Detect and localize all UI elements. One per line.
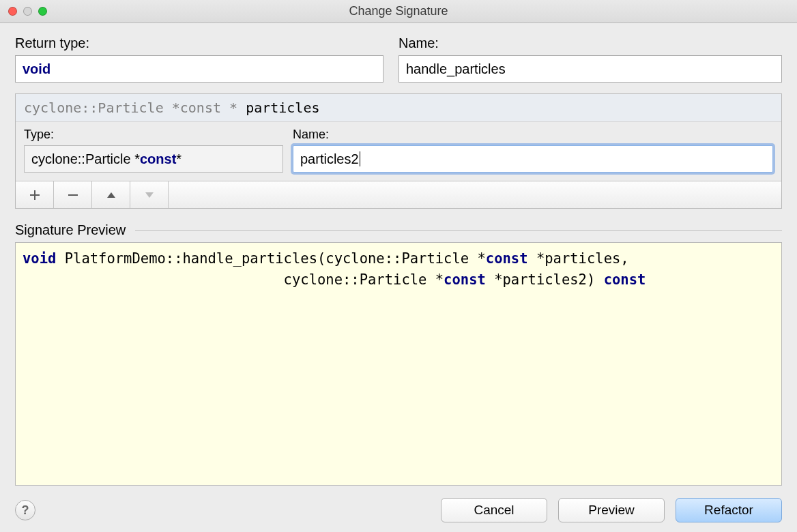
plus-icon bbox=[29, 190, 40, 201]
param-name-input[interactable]: particles2 bbox=[293, 145, 773, 173]
change-signature-dialog: Change Signature Return type: void Name:… bbox=[0, 0, 797, 532]
add-parameter-button[interactable] bbox=[16, 181, 54, 208]
section-divider bbox=[135, 230, 782, 231]
return-type-value: void bbox=[23, 61, 50, 77]
question-icon: ? bbox=[22, 503, 29, 518]
parameters-panel: cyclone::Particle *const * particles Typ… bbox=[15, 93, 782, 209]
window-title: Change Signature bbox=[0, 4, 797, 18]
refactor-button[interactable]: Refactor bbox=[676, 498, 782, 522]
minus-icon bbox=[68, 190, 78, 201]
param-name-label: Name: bbox=[293, 128, 773, 142]
parameter-editor: Type: cyclone::Particle *const * Name: p… bbox=[16, 122, 781, 181]
top-row: Return type: void Name: handle_particles bbox=[15, 35, 782, 83]
preview-button[interactable]: Preview bbox=[558, 498, 665, 522]
window-controls bbox=[0, 7, 47, 16]
triangle-down-icon bbox=[144, 190, 155, 201]
text-caret bbox=[360, 151, 360, 166]
help-button[interactable]: ? bbox=[15, 500, 35, 520]
triangle-up-icon bbox=[106, 190, 117, 201]
return-type-input[interactable]: void bbox=[15, 55, 383, 83]
move-down-button[interactable] bbox=[130, 181, 169, 208]
function-name-label: Name: bbox=[398, 35, 782, 51]
minimize-window-icon bbox=[23, 7, 32, 16]
zoom-window-icon[interactable] bbox=[38, 7, 47, 16]
move-up-button[interactable] bbox=[92, 181, 130, 208]
signature-preview: void PlatformDemo::handle_particles(cycl… bbox=[15, 242, 782, 486]
svg-rect-0 bbox=[68, 194, 78, 196]
param-name-value: particles2 bbox=[300, 151, 359, 167]
remove-parameter-button[interactable] bbox=[54, 181, 92, 208]
close-window-icon[interactable] bbox=[8, 7, 17, 16]
return-type-label: Return type: bbox=[15, 35, 383, 51]
dialog-content: Return type: void Name: handle_particles… bbox=[0, 23, 797, 532]
parameter-list-item[interactable]: cyclone::Particle *const * particles bbox=[16, 94, 781, 122]
parameters-toolbar bbox=[16, 181, 781, 208]
preview-section-header: Signature Preview bbox=[15, 222, 782, 238]
function-name-value: handle_particles bbox=[406, 61, 506, 77]
param-header-name: particles bbox=[246, 100, 319, 116]
param-header-type: cyclone::Particle *const * bbox=[24, 100, 237, 116]
function-name-input[interactable]: handle_particles bbox=[398, 55, 782, 83]
titlebar: Change Signature bbox=[0, 0, 797, 23]
cancel-button[interactable]: Cancel bbox=[441, 498, 547, 522]
param-type-label: Type: bbox=[24, 128, 283, 142]
param-type-input[interactable]: cyclone::Particle *const * bbox=[24, 145, 283, 173]
preview-title: Signature Preview bbox=[15, 222, 126, 238]
dialog-footer: ? Cancel Preview Refactor bbox=[15, 498, 782, 522]
